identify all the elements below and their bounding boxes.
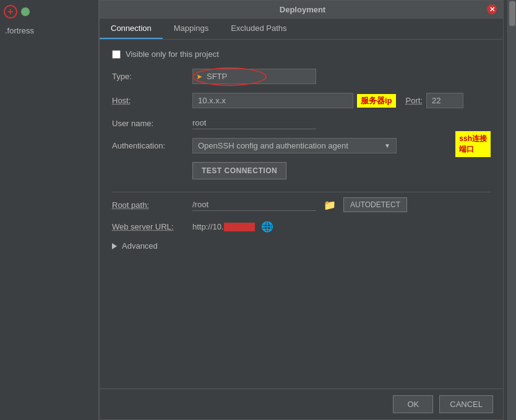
type-select-wrapper: ➤ SFTP: [192, 69, 316, 84]
web-url-row: Web server URL: http://10. 🌐: [112, 221, 491, 233]
right-scrollbar[interactable]: [507, 0, 516, 420]
sidebar-item-fortress[interactable]: .fortress: [0, 24, 98, 38]
sidebar: + .fortress: [0, 0, 99, 420]
close-button[interactable]: ✕: [487, 4, 497, 14]
scrollbar-thumb[interactable]: [509, 1, 515, 26]
root-path-row: Root path: 📁 AUTODETECT: [112, 197, 491, 212]
username-input[interactable]: [192, 117, 316, 129]
deployment-dialog: Deployment ✕ Connection Mappings Exclude…: [99, 0, 504, 420]
visible-only-checkbox[interactable]: [112, 50, 121, 59]
tab-connection[interactable]: Connection: [100, 19, 163, 39]
root-path-input[interactable]: [192, 199, 316, 211]
dialog-titlebar: Deployment ✕: [100, 1, 503, 19]
visible-only-label: Visible only for this project: [126, 49, 219, 59]
form-divider: [112, 192, 491, 192]
tabs: Connection Mappings Excluded Paths: [100, 19, 503, 40]
auth-select[interactable]: OpenSSH config and authentication agent: [192, 138, 397, 153]
web-url-label: Web server URL:: [112, 222, 192, 231]
port-label: Port:: [406, 96, 423, 105]
auth-label: Authentication:: [112, 141, 192, 150]
ok-button[interactable]: OK: [393, 395, 433, 413]
port-input[interactable]: [426, 93, 463, 108]
form-content: ssh连接端口 Visible only for this project Ty…: [100, 40, 503, 388]
status-dot: [21, 7, 30, 16]
host-label: Host:: [112, 96, 192, 105]
sidebar-top: +: [0, 0, 98, 24]
tab-excluded-paths[interactable]: Excluded Paths: [220, 19, 298, 39]
cancel-button[interactable]: CANCEL: [439, 395, 493, 413]
type-label: Type:: [112, 72, 192, 81]
advanced-label: Advanced: [122, 241, 158, 251]
advanced-row[interactable]: Advanced: [112, 241, 491, 251]
globe-icon[interactable]: 🌐: [261, 221, 273, 233]
username-label: User name:: [112, 119, 192, 128]
sftp-icon: ➤: [196, 72, 202, 81]
test-connection-button[interactable]: TEST CONNECTION: [192, 162, 286, 179]
type-select[interactable]: SFTP: [192, 69, 316, 84]
url-redacted: [224, 223, 255, 231]
ssh-annotation: ssh连接端口: [455, 131, 491, 157]
folder-icon[interactable]: 📁: [324, 199, 336, 211]
tab-mappings[interactable]: Mappings: [163, 19, 220, 39]
autodetect-button[interactable]: AUTODETECT: [343, 197, 407, 212]
type-row: Type: ➤ SFTP: [112, 69, 491, 84]
auth-row: Authentication: OpenSSH config and authe…: [112, 138, 491, 153]
advanced-expand-icon: [112, 243, 117, 249]
test-connection-row: TEST CONNECTION: [112, 162, 491, 183]
root-path-label: Root path:: [112, 200, 192, 210]
host-input[interactable]: [192, 93, 353, 108]
host-row: Host: 服务器ip Port:: [112, 93, 491, 108]
username-row: User name:: [112, 117, 491, 129]
host-annotation: 服务器ip: [357, 94, 396, 108]
add-button[interactable]: +: [4, 5, 17, 19]
dialog-title: Deployment: [118, 5, 487, 14]
dialog-footer: OK CANCEL: [100, 388, 503, 419]
visible-only-row: Visible only for this project: [112, 49, 491, 59]
